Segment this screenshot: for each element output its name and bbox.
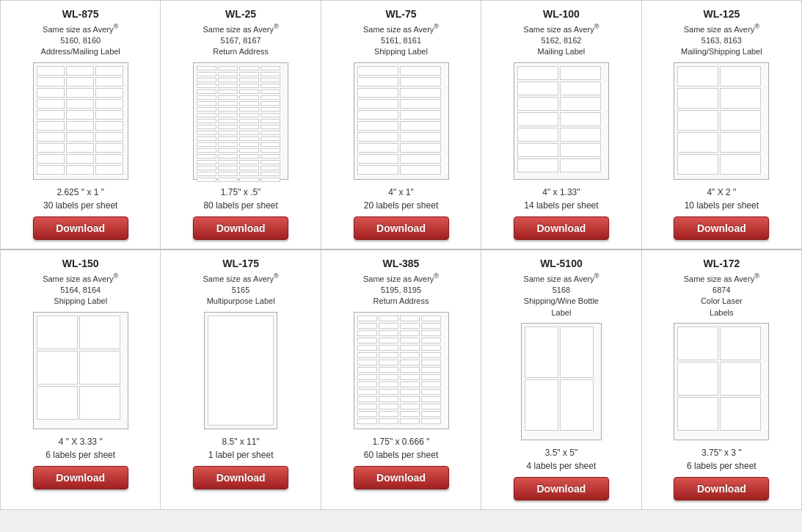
download-button-wl-100[interactable]: Download [514,216,609,240]
label-cell [37,110,65,120]
label-cell [421,367,441,373]
download-button-wl-385[interactable]: Download [354,466,449,489]
label-cell [260,166,280,170]
label-cell [357,110,398,120]
label-cell [421,360,441,365]
label-cell [197,142,216,147]
card-size: 4" x 1"20 labels per sheet [364,186,438,212]
label-cell [677,110,718,131]
label-cell [400,330,420,336]
label-cell [260,142,280,147]
label-cell [525,379,558,431]
label-cell [239,107,259,112]
download-button-wl-175[interactable]: Download [193,466,288,489]
download-button-wl-25[interactable]: Download [193,216,288,240]
label-cell [218,84,238,88]
label-cell [677,88,718,109]
label-cell [357,143,398,153]
label-cell [357,88,398,98]
label-cell [560,66,601,80]
label-preview [33,62,128,180]
label-cell [357,418,377,424]
label-cell [239,84,259,88]
label-preview [33,312,128,429]
label-cell [260,107,280,112]
card-subtitle: Same size as Avery®5195, 8195Return Addr… [363,272,439,307]
label-preview [354,312,449,429]
label-cell [517,66,558,80]
label-cell [197,66,216,70]
label-cell [357,121,398,131]
label-cell [379,316,398,321]
card-title: WL-172 [703,258,740,269]
label-cell [357,99,398,109]
label-cell [95,77,123,87]
label-cell [239,72,259,76]
label-cell [517,81,558,95]
label-cell [421,418,441,424]
label-cell [720,397,761,431]
label-cell [357,132,398,142]
label-cell [560,81,601,95]
download-button-wl-125[interactable]: Download [674,216,769,240]
label-cell [239,148,259,153]
label-cell [400,418,420,424]
card-subtitle: Same size as Avery®5165Multipurpose Labe… [203,272,279,307]
label-cell [400,66,441,76]
download-button-wl-172[interactable]: Download [674,477,769,500]
label-cell [357,330,377,336]
card-size: 1.75" x 0.666 "60 labels per sheet [364,435,438,462]
card-title: WL-125 [703,8,740,20]
label-cell [421,411,441,417]
row-1: WL-150Same size as Avery®5164, 8164Shipp… [1,250,801,509]
label-grid: WL-875Same size as Avery®5160, 8160Addre… [0,0,802,510]
label-cell [95,132,123,142]
label-cell [197,154,216,158]
label-cell [379,389,398,395]
card-subtitle: Same size as Avery®5163, 8163Mailing/Shi… [681,22,762,58]
label-cell [95,154,123,164]
label-cell [239,172,259,176]
label-cell [357,77,398,87]
label-cell [37,88,65,98]
label-cell [400,165,441,175]
label-cell [720,88,761,109]
card-size: 8.5" x 11"1 label per sheet [208,435,274,462]
label-cell [517,112,558,126]
download-button-wl-875[interactable]: Download [33,216,128,240]
label-cell [218,72,238,76]
label-cell [260,113,280,117]
card-wl-150: WL-150Same size as Avery®5164, 8164Shipp… [1,250,161,509]
label-cell [208,316,274,426]
label-cell [95,143,123,153]
label-cell [260,66,280,70]
label-cell [517,97,558,111]
label-cell [560,327,594,378]
label-cell [677,66,718,87]
label-cell [421,382,441,387]
label-cell [357,374,377,380]
label-preview [193,62,288,180]
label-cell [421,352,441,358]
label-cell [421,323,441,329]
label-preview [674,323,769,440]
download-button-wl-150[interactable]: Download [33,466,128,489]
label-cell [197,178,216,182]
label-cell [197,125,216,129]
download-button-wl-5100[interactable]: Download [514,477,609,500]
label-cell [260,154,280,158]
label-cell [421,330,441,336]
card-size: 4 " X 3.33 "6 labels per sheet [45,435,115,462]
label-cell [379,411,398,417]
label-cell [379,404,398,409]
label-cell [357,316,377,321]
label-cell [239,154,259,158]
card-subtitle: Same size as Avery®5168Shipping/Wine Bot… [523,272,599,318]
label-cell [218,125,238,129]
label-cell [218,113,238,117]
label-cell [95,165,123,175]
label-cell [379,396,398,402]
card-wl-175: WL-175Same size as Avery®5165Multipurpos… [161,250,321,509]
label-cell [218,160,238,164]
download-button-wl-75[interactable]: Download [354,216,449,240]
